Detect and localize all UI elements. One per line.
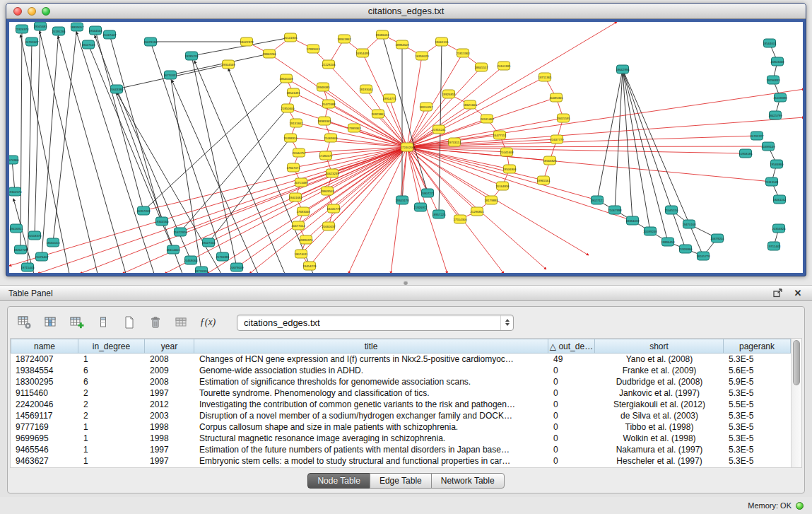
graph-node[interactable]: 18711365 (539, 73, 552, 81)
graph-node[interactable]: 18060013 (46, 238, 60, 247)
graph-node[interactable]: 20713499 (294, 178, 308, 187)
graph-node[interactable]: 21926974 (15, 25, 29, 33)
graph-node[interactable]: 19027123 (81, 40, 95, 49)
tab-network-table[interactable]: Network Table (431, 473, 505, 489)
graph-node[interactable]: 19285233 (184, 52, 199, 60)
graph-node[interactable]: 19896453 (661, 238, 675, 246)
table-selector-dropdown[interactable]: citations_edges.txt (237, 315, 514, 331)
graph-node[interactable]: 19711443 (767, 242, 781, 250)
graph-node[interactable]: 19715443 (20, 263, 35, 271)
table-row[interactable]: 1938455462009Genome-wide association stu… (11, 365, 791, 376)
graph-node[interactable]: 19131662 (289, 119, 303, 127)
graph-node[interactable]: 19296833 (766, 76, 780, 84)
graph-node[interactable]: 18193044 (359, 85, 373, 93)
graph-node[interactable]: 18989365 (317, 117, 331, 125)
table-vertical-scrollbar[interactable] (791, 339, 801, 467)
graph-node[interactable]: 16477551 (493, 131, 507, 139)
table-row[interactable]: 969969511998Structural magnetic resonanc… (11, 433, 791, 444)
graph-node[interactable]: 20472688 (322, 100, 336, 108)
graph-node[interactable]: 19546860 (770, 160, 784, 168)
graph-node[interactable]: 21247447 (102, 30, 117, 39)
graph-node[interactable]: 17554300 (453, 215, 467, 223)
graph-node[interactable]: 18022978 (240, 37, 254, 46)
graph-node[interactable]: 18845557 (474, 63, 488, 71)
table-row[interactable]: 946362711997Embryonic stem cells: a mode… (11, 455, 791, 467)
graph-node[interactable]: 19862266 (262, 49, 276, 58)
graph-node[interactable]: 20485365 (549, 93, 563, 102)
column-header-short[interactable]: short (595, 339, 724, 354)
column-header-year[interactable]: year (145, 339, 194, 354)
graph-node[interactable]: 21637779 (550, 135, 564, 144)
table-row[interactable]: 1830029562008Estimation of significance … (11, 376, 791, 387)
graph-node[interactable]: 19809503 (320, 187, 334, 195)
graph-node[interactable]: 20679204 (710, 234, 724, 243)
graph-node[interactable]: 16954495 (355, 49, 370, 57)
graph-node[interactable]: 20164836 (495, 182, 510, 190)
graph-node[interactable]: 18984509 (395, 40, 409, 49)
graph-node[interactable]: 21067998 (608, 206, 622, 214)
close-window-icon[interactable] (13, 7, 22, 16)
column-header-in_degree[interactable]: in_degree (78, 339, 145, 354)
table-row[interactable]: 2242004622012Investigating the contribut… (11, 399, 791, 410)
graph-node[interactable]: 20141835 (283, 33, 298, 42)
new-column-button[interactable] (69, 314, 86, 331)
delete-button[interactable] (147, 314, 164, 331)
graph-node[interactable]: 19302574 (9, 187, 22, 196)
graph-node[interactable]: 21916241 (432, 125, 446, 134)
graph-node[interactable]: 18544001 (763, 39, 777, 47)
graph-node[interactable]: 20643380 (110, 85, 124, 93)
graph-node[interactable]: 16958029 (415, 52, 429, 60)
import-table-button[interactable] (173, 314, 190, 331)
graph-node[interactable]: 20623239 (325, 169, 339, 177)
minimize-window-icon[interactable] (28, 7, 36, 16)
graph-node[interactable]: 18074011 (295, 250, 308, 258)
network-canvas[interactable]: 2192697419565683201952661883905719344563… (9, 22, 803, 273)
graph-node[interactable]: 19733151 (447, 138, 461, 146)
graph-node[interactable]: 18839057 (70, 23, 84, 31)
graph-node[interactable]: 18384059 (625, 216, 640, 225)
graph-node[interactable]: 20599248 (643, 227, 657, 235)
scrollbar-thumb[interactable] (793, 340, 800, 385)
graph-node[interactable]: 21045150 (664, 206, 678, 214)
graph-node[interactable]: 20570966 (9, 156, 19, 164)
table-mode-button[interactable] (16, 314, 33, 331)
tab-node-table[interactable]: Node Table (307, 473, 370, 489)
graph-node[interactable]: 18957225 (432, 210, 446, 218)
graph-node[interactable]: 20398910 (283, 134, 298, 142)
graph-node[interactable]: 18301862 (337, 35, 351, 43)
graph-node[interactable]: 18776920 (194, 267, 208, 273)
graph-node[interactable]: 21296855 (470, 207, 484, 216)
graph-node[interactable]: 18621663 (463, 100, 477, 109)
graph-node[interactable]: 21672920 (173, 228, 187, 236)
close-panel-button[interactable]: ✕ (792, 288, 804, 299)
network-graph-svg[interactable]: 2192697419565683201952661883905719344563… (9, 22, 803, 273)
graph-node[interactable]: 18414403 (166, 245, 180, 254)
graph-node[interactable]: 17847071 (286, 163, 300, 172)
graph-node[interactable]: 20678180 (143, 37, 158, 46)
table-row[interactable]: 1872400712008Changes of HCN gene express… (11, 354, 791, 365)
zoom-window-icon[interactable] (42, 7, 50, 16)
graph-node[interactable]: 21926972 (413, 203, 428, 211)
graph-node[interactable]: 16770331 (163, 71, 177, 79)
graph-node[interactable]: 15958185 (739, 149, 753, 158)
graph-node[interactable]: 19086053 (375, 30, 389, 39)
graph-node[interactable]: 20923861 (371, 110, 385, 118)
graph-node[interactable]: 22228206 (322, 60, 336, 69)
graph-node[interactable]: 19965561 (536, 176, 551, 185)
graph-node[interactable]: 20195266 (52, 27, 66, 35)
graph-node[interactable]: 20732627 (25, 37, 39, 46)
graph-node[interactable]: 18541491 (286, 88, 300, 97)
graph-node[interactable]: 19416921 (9, 224, 23, 233)
column-header-pagerank[interactable]: pagerank (724, 339, 791, 354)
cell-edit-button[interactable] (95, 314, 112, 331)
graph-node[interactable]: 21076407 (35, 252, 49, 261)
graph-node[interactable]: 21041608 (500, 148, 514, 156)
graph-node[interactable]: 20679009 (230, 263, 244, 271)
graph-node[interactable]: 18245776 (326, 204, 341, 213)
graph-node[interactable]: 19344563 (88, 26, 102, 35)
graph-node[interactable]: 22044751 (292, 148, 306, 157)
graph-node[interactable]: 21113149 (765, 177, 779, 186)
graph-node[interactable]: 18310267 (419, 103, 433, 111)
graph-node[interactable]: 21926860 (678, 245, 693, 253)
float-panel-button[interactable] (772, 288, 784, 299)
